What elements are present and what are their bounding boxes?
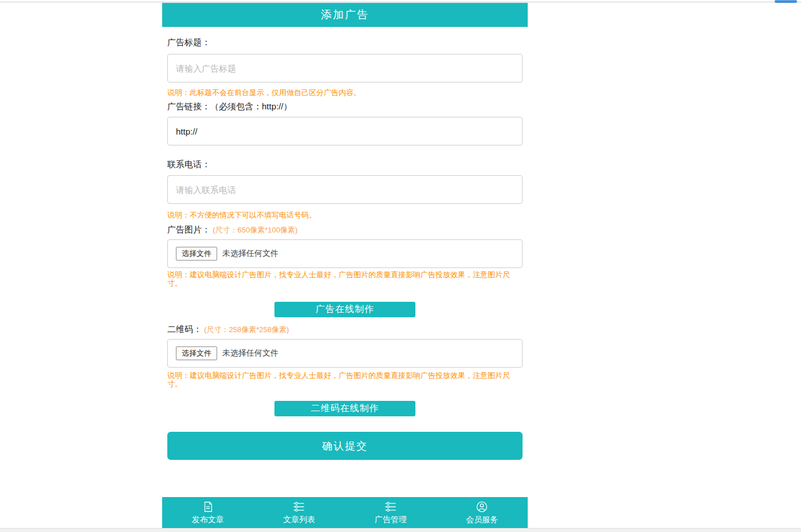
- ad-form: 广告标题： 说明：此标题不会在前台显示，仅用做自己区分广告内容。 广告链接：（必…: [162, 38, 528, 460]
- ad-image-label-text: 广告图片：: [167, 224, 210, 234]
- qrcode-label-text: 二维码：: [167, 324, 202, 334]
- ad-title-input[interactable]: [167, 54, 523, 82]
- ad-image-choose-file-button[interactable]: 选择文件: [176, 247, 217, 261]
- nav-item-article-list[interactable]: 文章列表: [254, 497, 345, 529]
- ad-image-file-status: 未选择任何文件: [222, 249, 278, 259]
- phone-label: 联系电话：: [167, 160, 523, 169]
- nav-label: 广告管理: [375, 515, 407, 525]
- ad-link-label: 广告链接：（必须包含：http://）: [167, 102, 523, 111]
- nav-label: 文章列表: [283, 515, 315, 525]
- qrcode-size-hint: (尺寸：258像素*258像素): [204, 325, 289, 334]
- submit-button[interactable]: 确认提交: [167, 432, 523, 460]
- document-icon: [202, 501, 214, 513]
- ad-title-note: 说明：此标题不会在前台显示，仅用做自己区分广告内容。: [167, 88, 523, 97]
- browser-blue-fragment: [775, 0, 797, 3]
- qrcode-file-box: 选择文件 未选择任何文件: [167, 339, 523, 368]
- ad-image-file-box: 选择文件 未选择任何文件: [167, 239, 523, 268]
- ad-image-note: 说明：建议电脑端设计广告图片，找专业人士最好，广告图片的质量直接影响广告投放效果…: [167, 270, 523, 287]
- ad-image-size-hint: (尺寸：650像素*100像素): [213, 226, 297, 234]
- browser-top-divider: [0, 2, 801, 2]
- nav-item-ad-management[interactable]: 广告管理: [345, 497, 437, 529]
- phone-input[interactable]: [167, 175, 523, 204]
- user-icon: [476, 501, 488, 513]
- page-title: 添加广告: [162, 3, 528, 27]
- list-icon: [293, 501, 305, 513]
- qrcode-label: 二维码： (尺寸：258像素*258像素): [167, 325, 523, 334]
- bottom-nav: 发布文章 文章列表 广告管理 会员服务: [162, 497, 528, 529]
- main-column: 添加广告 广告标题： 说明：此标题不会在前台显示，仅用做自己区分广告内容。 广告…: [162, 3, 528, 529]
- qrcode-note: 说明：建议电脑端设计广告图片，找专业人士最好，广告图片的质量直接影响广告投放效果…: [167, 371, 523, 388]
- nav-label: 发布文章: [192, 515, 224, 525]
- qrcode-file-status: 未选择任何文件: [222, 348, 278, 358]
- nav-item-publish-article[interactable]: 发布文章: [162, 497, 254, 529]
- browser-bottom-strip: [0, 528, 801, 532]
- ad-link-hint: （必须包含：http://）: [210, 101, 292, 111]
- ad-title-label: 广告标题：: [167, 38, 523, 47]
- qrcode-online-maker-button[interactable]: 二维码在线制作: [274, 401, 415, 416]
- qrcode-choose-file-button[interactable]: 选择文件: [176, 346, 217, 360]
- list-icon: [384, 501, 397, 513]
- nav-label: 会员服务: [466, 515, 498, 525]
- ad-link-label-text: 广告链接：: [167, 101, 210, 111]
- ad-image-label: 广告图片： (尺寸：650像素*100像素): [167, 225, 523, 235]
- nav-item-member-service[interactable]: 会员服务: [437, 497, 528, 529]
- phone-note: 说明：不方便的情况下可以不填写电话号码。: [167, 211, 523, 219]
- ad-online-maker-button[interactable]: 广告在线制作: [274, 302, 415, 317]
- ad-link-input[interactable]: [167, 117, 523, 145]
